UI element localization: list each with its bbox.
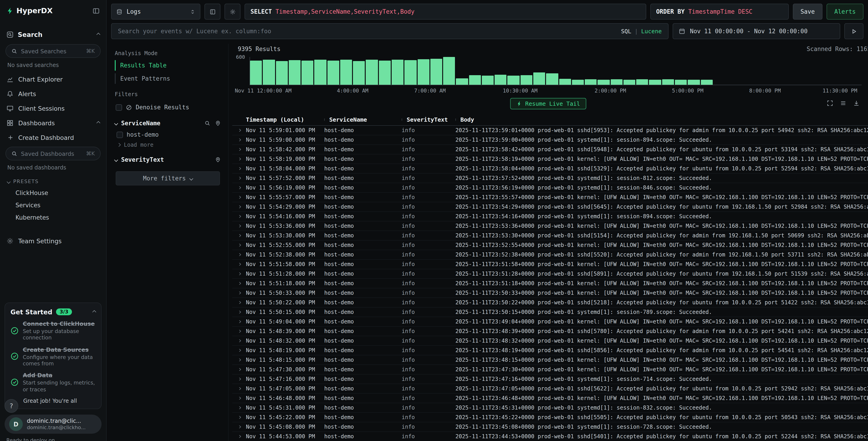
histogram-bar[interactable] — [276, 61, 288, 85]
expand-row-icon[interactable] — [237, 387, 241, 390]
histogram-bar[interactable] — [469, 75, 481, 85]
resume-live-tail-button[interactable]: Resume Live Tail — [510, 98, 587, 109]
sidebar-item-chart-explorer[interactable]: Chart Explorer — [0, 72, 106, 87]
expand-row-icon[interactable] — [237, 320, 241, 323]
column-header-severitytext[interactable]: SeverityText — [402, 116, 456, 123]
log-row[interactable]: Nov 11 5:51:18.000 PM host-demo info 202… — [232, 279, 868, 288]
column-header-timestamp[interactable]: Timestamp (Local) — [246, 116, 324, 123]
event-search-input[interactable]: Search your events w/ Lucene ex. column:… — [111, 23, 669, 39]
expand-row-icon[interactable] — [237, 397, 241, 400]
log-row[interactable]: Nov 11 5:50:33.000 PM host-demo info 202… — [232, 288, 868, 298]
log-row[interactable]: Nov 11 5:54:16.000 PM host-demo info 202… — [232, 212, 868, 222]
log-row[interactable]: Nov 11 5:45:08.000 PM host-demo info 202… — [232, 422, 868, 432]
expand-row-icon[interactable] — [237, 215, 241, 218]
saved-searches-input[interactable]: Saved Searches ⌘K — [5, 44, 101, 58]
source-settings-button[interactable] — [224, 4, 241, 20]
denoise-results-checkbox[interactable]: Denoise Results — [115, 101, 221, 113]
histogram-bar[interactable] — [340, 60, 352, 85]
histogram-bar[interactable] — [289, 60, 301, 85]
expand-row-icon[interactable] — [237, 340, 241, 342]
histogram-bar[interactable] — [366, 59, 378, 85]
expand-row-icon[interactable] — [237, 148, 241, 151]
save-button[interactable]: Save — [793, 4, 823, 20]
expand-row-icon[interactable] — [237, 196, 241, 199]
histogram-bar[interactable] — [250, 61, 262, 85]
log-row[interactable]: Nov 11 5:48:19.000 PM host-demo info 202… — [232, 346, 868, 355]
expand-row-icon[interactable] — [237, 225, 241, 227]
log-row[interactable]: Nov 11 5:48:15.000 PM host-demo info 202… — [232, 355, 868, 365]
histogram-bar[interactable] — [662, 79, 674, 85]
date-range-picker[interactable]: Nov 11 00:00:00 - Nov 12 00:00:00 — [673, 23, 840, 39]
log-row[interactable]: Nov 11 5:51:28.000 PM host-demo info 202… — [232, 269, 868, 279]
presets-header[interactable]: PRESETS — [0, 175, 106, 187]
hyperdx-logo[interactable]: HyperDX — [6, 6, 53, 15]
log-row[interactable]: Nov 11 5:47:30.000 PM host-demo info 202… — [232, 365, 868, 375]
help-button[interactable]: ? — [5, 399, 18, 413]
facet-value-host-demo[interactable]: host-demo — [115, 129, 221, 140]
expand-row-icon[interactable] — [237, 244, 241, 246]
expand-row-icon[interactable] — [237, 311, 241, 314]
log-row[interactable]: Nov 11 5:49:04.000 PM host-demo info 202… — [232, 317, 868, 327]
histogram-bar[interactable] — [649, 80, 661, 85]
expand-row-icon[interactable] — [237, 349, 241, 352]
histogram-bar[interactable] — [495, 75, 507, 85]
sidebar-item-alerts[interactable]: Alerts — [0, 87, 106, 101]
preset-clickhouse[interactable]: ClickHouse — [0, 187, 106, 199]
log-row[interactable]: Nov 11 5:50:15.000 PM host-demo info 202… — [232, 307, 868, 317]
expand-row-icon[interactable] — [237, 253, 241, 256]
expand-row-icon[interactable] — [237, 378, 241, 380]
histogram-bar[interactable] — [585, 80, 597, 85]
histogram-bar[interactable] — [353, 61, 365, 85]
expand-row-icon[interactable] — [237, 139, 241, 141]
column-header-servicename[interactable]: ServiceName — [324, 116, 402, 123]
log-row[interactable]: Nov 11 5:54:29.000 PM host-demo info 202… — [232, 202, 868, 212]
log-row[interactable]: Nov 11 5:47:16.000 PM host-demo info 202… — [232, 375, 868, 384]
log-row[interactable]: Nov 11 5:57:52.000 PM host-demo info 202… — [232, 174, 868, 183]
histogram-bar[interactable] — [688, 80, 700, 85]
histogram-bar[interactable] — [314, 59, 327, 85]
log-row[interactable]: Nov 11 5:53:30.000 PM host-demo info 202… — [232, 231, 868, 240]
chevron-up-icon[interactable] — [92, 310, 96, 314]
mode-results-table[interactable]: Results Table — [115, 60, 221, 70]
expand-row-icon[interactable] — [237, 158, 241, 160]
collapse-sidebar-icon[interactable] — [92, 7, 100, 14]
log-row[interactable]: Nov 11 5:48:39.000 PM host-demo info 202… — [232, 327, 868, 336]
histogram-bar[interactable] — [327, 61, 339, 85]
pin-icon[interactable] — [215, 157, 221, 163]
histogram-bar[interactable] — [417, 59, 429, 85]
log-row[interactable]: Nov 11 5:48:32.000 PM host-demo info 202… — [232, 336, 868, 346]
log-row[interactable]: Nov 11 5:45:22.000 PM host-demo info 202… — [232, 413, 868, 422]
expand-row-icon[interactable] — [237, 358, 241, 361]
histogram-bar[interactable] — [559, 79, 571, 85]
load-more-button[interactable]: Load more — [115, 140, 221, 150]
histogram-bar[interactable] — [405, 60, 417, 85]
expand-row-icon[interactable] — [237, 263, 241, 266]
row-settings-icon[interactable] — [840, 100, 846, 107]
facet-search-icon[interactable] — [205, 120, 210, 126]
expand-row-icon[interactable] — [237, 205, 241, 208]
run-query-button[interactable] — [844, 23, 863, 39]
expand-row-icon[interactable] — [237, 234, 241, 237]
expand-row-icon[interactable] — [237, 282, 241, 285]
get-started-step[interactable]: Connect to ClickHouse Set up your databa… — [10, 320, 96, 341]
log-row[interactable]: Nov 11 5:55:57.000 PM host-demo info 202… — [232, 193, 868, 202]
preset-kubernetes[interactable]: Kubernetes — [0, 211, 106, 224]
column-header-body[interactable]: Body — [456, 116, 868, 123]
histogram-bar[interactable] — [572, 80, 584, 85]
log-row[interactable]: Nov 11 5:59:00.000 PM host-demo info 202… — [232, 135, 868, 145]
histogram-bar[interactable] — [430, 59, 442, 85]
expand-row-icon[interactable] — [237, 301, 241, 304]
log-row[interactable]: Nov 11 5:47:05.000 PM host-demo info 202… — [232, 384, 868, 393]
get-started-step[interactable]: Add Data Start sending logs, metrics, or… — [10, 372, 96, 393]
histogram-bar[interactable] — [598, 80, 610, 85]
expand-row-icon[interactable] — [237, 129, 241, 132]
histogram-bar[interactable] — [520, 75, 532, 85]
log-row[interactable]: Nov 11 5:58:42.000 PM host-demo info 202… — [232, 145, 868, 154]
histogram-bar[interactable] — [507, 76, 520, 85]
facet-severitytext[interactable]: SeverityText — [115, 156, 221, 163]
sql-select-input[interactable]: SELECT Timestamp,ServiceName,SeverityTex… — [245, 4, 646, 20]
expand-row-icon[interactable] — [237, 368, 241, 371]
sidebar-item-client-sessions[interactable]: Client Sessions — [0, 101, 106, 116]
more-filters-button[interactable]: More filters — [116, 171, 220, 185]
histogram-bar[interactable] — [611, 79, 623, 85]
